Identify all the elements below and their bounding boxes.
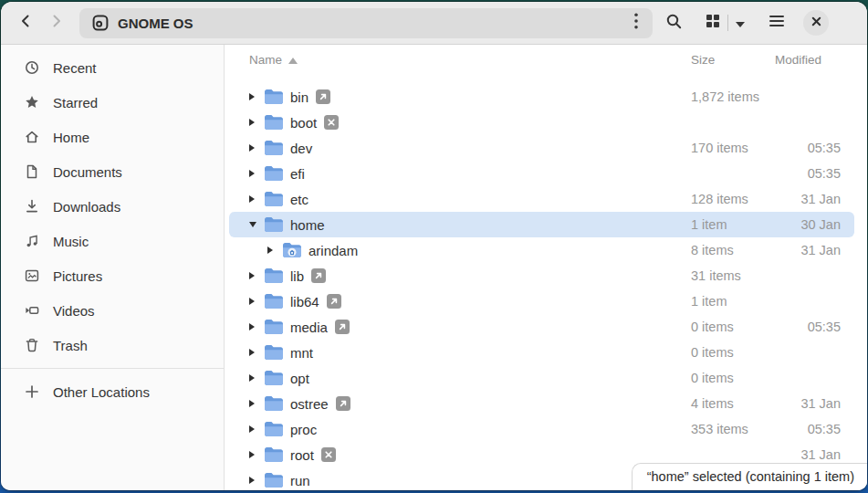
chevron-left-icon [18,14,33,32]
sidebar-item-recent[interactable]: Recent [1,50,224,85]
sidebar-item-starred[interactable]: Starred [1,85,224,120]
split-button-divider [727,15,728,31]
expand-expander-icon[interactable] [249,374,264,382]
file-size: 170 items [691,141,748,155]
file-name: ostree [290,396,329,412]
tree-row-boot[interactable]: boot [229,110,854,135]
sort-ascending-icon [288,53,298,67]
tree-row-lib64[interactable]: lib641 item [229,288,854,314]
expand-expander-icon[interactable] [249,170,264,177]
expand-expander-icon[interactable] [249,349,264,356]
sidebar-item-trash[interactable]: Trash [1,328,224,362]
expand-expander-icon[interactable] [249,425,264,433]
sidebar-item-label: Videos [53,303,95,319]
main-menu-button[interactable] [761,7,792,38]
file-modified: 05:35 [808,422,841,436]
column-header-modified[interactable]: Modified [775,53,821,67]
file-modified: 31 Jan [800,192,841,206]
file-list-view: Name Size Modified bin1,872 itemsbootdev… [225,45,867,490]
folder-icon [264,191,284,207]
folder-icon [264,370,284,386]
expand-expander-icon[interactable] [249,144,264,152]
expand-expander-icon[interactable] [249,477,264,484]
folder-icon [264,267,284,284]
expand-expander-icon[interactable] [249,451,264,458]
view-options-split-button[interactable] [706,14,745,32]
file-name: proc [290,422,317,437]
selection-status-bubble: “home” selected (containing 1 item) [632,463,867,490]
folder-icon [264,140,284,156]
expand-expander-icon[interactable] [249,119,264,126]
tree-row-etc[interactable]: etc128 items31 Jan [229,186,854,212]
grid-view-icon[interactable] [706,14,720,32]
kebab-menu-icon [634,13,638,33]
symlink-emblem-icon [311,268,326,283]
tree-row-mnt[interactable]: mnt0 items [229,340,854,365]
expand-expander-icon[interactable] [249,323,264,330]
expand-expander-icon[interactable] [249,298,264,305]
sidebar-item-home[interactable]: Home [1,120,224,154]
file-size: 8 items [691,243,734,257]
file-size: 353 items [691,422,748,436]
file-size: 31 items [691,268,741,283]
tree-row-media[interactable]: media0 items05:35 [229,314,854,340]
sidebar-item-downloads[interactable]: Downloads [1,189,224,224]
sidebar-item-documents[interactable]: Documents [1,154,224,189]
forward-button[interactable] [41,7,72,38]
tree-row-arindam[interactable]: arindam8 items31 Jan [229,237,854,263]
file-name: lib [290,268,304,284]
collapse-expander-icon[interactable] [249,222,264,227]
chevron-down-icon[interactable] [736,15,745,31]
tree-row-ostree[interactable]: ostree4 items31 Jan [229,391,854,416]
expand-expander-icon[interactable] [249,195,264,203]
expand-expander-icon[interactable] [249,93,264,100]
expand-expander-icon[interactable] [249,272,264,279]
file-size: 4 items [691,396,734,411]
back-button[interactable] [10,7,41,38]
symlink-emblem-icon [316,89,330,104]
file-name: media [290,320,328,335]
file-modified: 30 Jan [800,217,841,232]
location-menu-button[interactable] [623,10,649,36]
sidebar-item-videos[interactable]: Videos [1,293,224,328]
music-icon [25,234,39,248]
tree-row-proc[interactable]: proc353 items05:35 [229,416,854,442]
sidebar-item-music[interactable]: Music [1,224,224,258]
tree-row-efi[interactable]: efi05:35 [229,161,854,186]
no-access-emblem-icon [324,115,339,130]
column-header-size[interactable]: Size [691,53,715,67]
tree-row-dev[interactable]: dev170 items05:35 [229,135,854,161]
file-size: 0 items [691,320,734,334]
expand-expander-icon[interactable] [249,400,264,407]
gnome-os-logo-icon [92,15,109,31]
file-name: mnt [290,345,313,361]
sidebar-item-pictures[interactable]: Pictures [1,258,224,293]
tree-row-home[interactable]: home1 item30 Jan [229,212,854,237]
tree-row-opt[interactable]: opt0 items [229,365,854,391]
documents-icon [25,164,39,179]
symlink-emblem-icon [327,294,341,309]
file-modified: 05:35 [808,166,841,181]
tree-rows: bin1,872 itemsbootdev170 items05:35efi05… [225,84,867,490]
symlink-emblem-icon [336,396,350,411]
tree-row-lib[interactable]: lib31 items [229,263,854,288]
folder-icon [264,216,284,233]
tree-row-bin[interactable]: bin1,872 items [229,84,854,110]
column-header-name[interactable]: Name [249,53,298,67]
file-modified: 31 Jan [800,396,841,411]
file-modified: 31 Jan [800,447,841,462]
expand-expander-icon[interactable] [267,246,282,254]
search-button[interactable] [658,7,689,38]
sidebar-items: RecentStarredHomeDocumentsDownloadsMusic… [1,50,224,362]
places-sidebar: RecentStarredHomeDocumentsDownloadsMusic… [1,45,225,490]
window-close-button[interactable] [803,10,829,36]
file-name: opt [290,371,309,386]
no-access-emblem-icon [321,447,336,462]
starred-icon [25,95,39,110]
file-modified: 05:35 [808,320,841,334]
home-folder-icon [282,242,302,258]
file-size: 0 items [691,371,734,385]
sidebar-item-other-locations[interactable]: Other Locations [1,374,224,409]
list-column-headers: Name Size Modified [225,45,867,84]
path-bar[interactable]: GNOME OS [79,8,653,38]
